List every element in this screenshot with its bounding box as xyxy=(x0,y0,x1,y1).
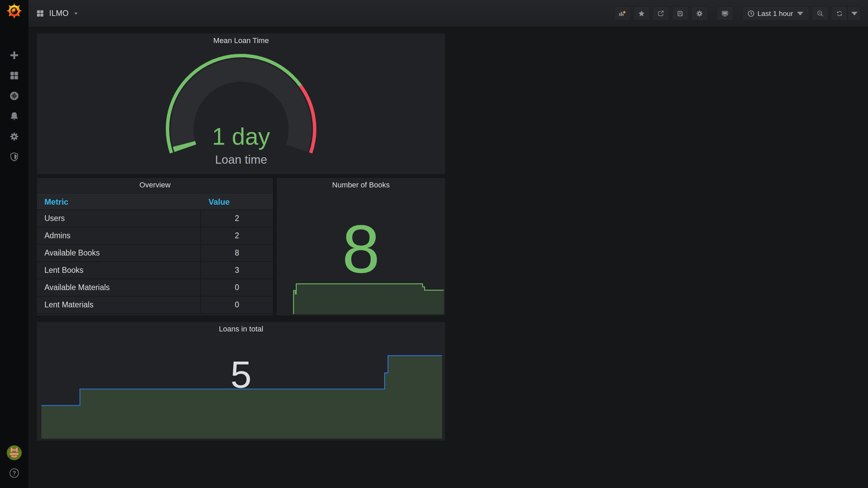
gear-icon xyxy=(696,10,703,17)
stat-value: 8 xyxy=(277,215,445,283)
sparkline-fill xyxy=(294,284,444,314)
refresh-icon xyxy=(836,10,843,17)
navbar-actions: Last 1 hour xyxy=(611,6,868,20)
table-row: Lent Books 3 xyxy=(37,261,273,279)
panel-mean-loan-time: Mean Loan Time 1 day Loan time xyxy=(37,33,446,175)
stat-value: 5 xyxy=(37,356,445,394)
navbar: ILMO xyxy=(28,0,868,27)
refresh-button[interactable] xyxy=(831,6,848,20)
table-header-row: Metric Value xyxy=(37,194,273,209)
panel-number-of-books: Number of Books 8 xyxy=(276,178,446,316)
panel-title[interactable]: Mean Loan Time xyxy=(37,36,445,45)
sidebar-item-configuration[interactable] xyxy=(0,126,28,147)
monitor-icon xyxy=(721,10,729,17)
favorite-button[interactable] xyxy=(633,6,650,20)
help-question-icon: ? xyxy=(9,468,20,479)
sidebar-menu xyxy=(0,45,28,167)
chevron-down-icon xyxy=(796,10,804,17)
column-header-metric[interactable]: Metric xyxy=(37,197,200,207)
plus-icon xyxy=(9,50,19,60)
save-button[interactable] xyxy=(672,6,689,20)
add-panel-icon xyxy=(618,10,626,17)
metric-cell: Available Materials xyxy=(37,283,200,292)
svg-text:?: ? xyxy=(13,470,16,476)
time-range-picker[interactable]: Last 1 hour xyxy=(742,6,809,20)
value-cell: 8 xyxy=(200,245,273,261)
table-row: Admins 2 xyxy=(37,227,273,244)
metric-cell: Available Books xyxy=(37,248,200,258)
table-footer-border xyxy=(37,313,273,314)
sidebar-item-dashboards[interactable] xyxy=(0,65,28,86)
help-button[interactable]: ? xyxy=(4,463,24,483)
table-row: Lent Materials 0 xyxy=(37,296,273,313)
navbar-breadcrumb: ILMO xyxy=(28,9,78,18)
value-cell: 2 xyxy=(200,210,273,227)
sidebar-item-explore[interactable] xyxy=(0,86,28,106)
star-icon xyxy=(638,10,645,17)
dashboard-title[interactable]: ILMO xyxy=(49,9,68,18)
panel-title[interactable]: Overview xyxy=(37,181,273,189)
column-header-value[interactable]: Value xyxy=(200,197,273,207)
table-row: Users 2 xyxy=(37,209,273,227)
metric-cell: Lent Materials xyxy=(37,300,200,309)
chevron-down-icon xyxy=(851,10,858,17)
zoom-out-button[interactable] xyxy=(812,6,828,20)
server-admin-shield-icon xyxy=(9,152,19,162)
grafana-dashboard: ? ILMO xyxy=(0,0,868,488)
gauge-value-text: 1 day xyxy=(37,123,445,150)
save-icon xyxy=(676,10,684,17)
time-range-label: Last 1 hour xyxy=(757,9,793,18)
table-row: Available Materials 0 xyxy=(37,279,273,296)
sidebar-item-alerting[interactable] xyxy=(0,106,28,126)
value-cell: 0 xyxy=(200,279,273,296)
refresh-split-button xyxy=(831,6,861,20)
sidebar-bottom: ? xyxy=(0,443,28,488)
cycle-view-mode-button[interactable] xyxy=(717,6,733,20)
add-panel-button[interactable] xyxy=(614,6,631,20)
explore-compass-icon xyxy=(9,91,19,101)
sidebar: ? xyxy=(0,0,28,488)
clock-icon xyxy=(747,10,755,17)
zoom-out-icon xyxy=(816,10,824,17)
alerting-bell-icon xyxy=(9,111,19,121)
gauge-label-text: Loan time xyxy=(37,153,445,166)
value-cell: 0 xyxy=(200,297,273,313)
chevron-down-icon[interactable] xyxy=(74,12,78,15)
value-cell: 3 xyxy=(200,262,273,279)
metric-cell: Users xyxy=(37,214,200,223)
grafana-logo[interactable] xyxy=(6,3,22,19)
configuration-gear-icon xyxy=(9,131,19,142)
metric-cell: Admins xyxy=(37,231,200,240)
value-cell: 2 xyxy=(200,227,273,244)
share-icon xyxy=(657,10,665,17)
dashboard-squares-icon[interactable] xyxy=(36,9,44,18)
settings-button[interactable] xyxy=(691,6,708,20)
overview-table: Metric Value Users 2 Admins 2 Available … xyxy=(37,194,273,314)
metric-cell: Lent Books xyxy=(37,266,200,275)
sidebar-item-create[interactable] xyxy=(0,45,28,65)
panel-loans-in-total: Loans in total 5 xyxy=(37,322,446,441)
table-row: Available Books 8 xyxy=(37,244,273,261)
dashboards-grid-icon xyxy=(9,70,19,81)
panel-overview: Overview Metric Value Users 2 Admins 2 A… xyxy=(37,178,273,316)
user-avatar[interactable] xyxy=(4,443,24,463)
share-button[interactable] xyxy=(653,6,669,20)
refresh-interval-dropdown[interactable] xyxy=(848,6,861,20)
sidebar-item-server-admin[interactable] xyxy=(0,147,28,167)
